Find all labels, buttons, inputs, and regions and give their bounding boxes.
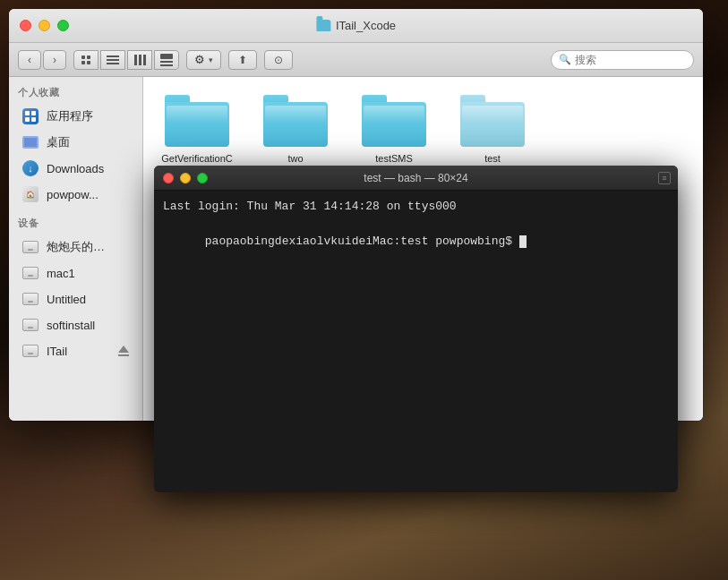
- folder-testsms[interactable]: testSMS: [358, 95, 430, 165]
- search-icon: 🔍: [559, 54, 571, 65]
- sidebar-label-apps: 应用程序: [47, 108, 93, 124]
- eject-icon[interactable]: [117, 345, 130, 357]
- sidebar-item-apps[interactable]: 应用程序: [13, 104, 139, 129]
- title-folder-icon: [316, 20, 330, 31]
- sidebar-section-personal: 个人收藏: [9, 77, 142, 103]
- disk-icon-untitled: [21, 290, 39, 308]
- tag-button[interactable]: ⊙: [264, 50, 293, 70]
- terminal-cursor: [519, 235, 527, 248]
- list-view-button[interactable]: [100, 50, 125, 70]
- disk-icon-paopao: [21, 238, 39, 256]
- search-box[interactable]: 🔍: [551, 50, 694, 70]
- sidebar-label-desktop: 桌面: [47, 134, 70, 150]
- sidebar-item-untitled[interactable]: Untitled: [13, 286, 139, 311]
- terminal-title-text: test — bash — 80×24: [364, 172, 467, 184]
- sidebar-section-devices: 设备: [9, 208, 142, 234]
- sidebar-label-mac1: mac1: [47, 267, 75, 280]
- terminal-line-2: paopaobingdexiaolvkuideiMac:test powpowb…: [163, 216, 669, 269]
- finder-title-bar: ITail_Xcode: [9, 9, 703, 43]
- sidebar-item-desktop[interactable]: 桌面: [13, 130, 139, 155]
- search-input[interactable]: [575, 54, 686, 66]
- window-title: ITail_Xcode: [316, 19, 396, 32]
- sidebar-item-powpow[interactable]: 🏠 powpow...: [13, 182, 139, 207]
- terminal-minimize-button[interactable]: [180, 173, 191, 183]
- disk-icon-softinstall: [21, 316, 39, 334]
- maximize-button[interactable]: [57, 20, 69, 31]
- action-button[interactable]: ⚙ ▾: [186, 50, 221, 70]
- finder-toolbar: ‹ ›: [9, 43, 703, 77]
- sidebar-item-mac1[interactable]: mac1: [13, 260, 139, 286]
- back-button[interactable]: ‹: [18, 50, 41, 70]
- traffic-lights: [20, 20, 69, 31]
- file-label-test: test: [484, 152, 501, 165]
- forward-button[interactable]: ›: [43, 50, 66, 70]
- disk-icon-itail: [21, 342, 39, 360]
- terminal-close-button[interactable]: [163, 173, 174, 183]
- cover-flow-button[interactable]: [154, 50, 179, 70]
- sidebar-label-untitled: Untitled: [47, 293, 86, 306]
- sidebar-label-powpow: powpow...: [47, 188, 98, 201]
- icon-view-button[interactable]: [73, 50, 98, 70]
- folder-icon-testsms: [362, 95, 426, 147]
- downloads-icon: ↓: [21, 159, 39, 177]
- folder-test[interactable]: test: [457, 95, 528, 165]
- terminal-maximize-button[interactable]: [197, 173, 208, 183]
- sidebar: 个人收藏 应用程序 桌面 ↓ Downloads: [9, 77, 143, 421]
- terminal-line-1: Last login: Thu Mar 31 14:14:28 on ttys0…: [163, 198, 669, 216]
- folder-two[interactable]: two: [260, 95, 331, 165]
- sidebar-label-downloads: Downloads: [47, 162, 104, 175]
- folder-icon-two: [263, 95, 328, 147]
- share-button[interactable]: ⬆: [228, 50, 257, 70]
- sidebar-label-softinstall: softinstall: [47, 319, 95, 332]
- terminal-traffic-lights: [163, 173, 208, 183]
- file-label-testsms: testSMS: [375, 152, 413, 165]
- nav-buttons: ‹ ›: [18, 50, 66, 70]
- tag-icon: ⊙: [274, 54, 283, 66]
- terminal-title-bar: test — bash — 80×24 ≡: [154, 166, 678, 191]
- close-button[interactable]: [20, 20, 31, 31]
- chevron-icon: ▾: [209, 55, 213, 64]
- minimize-button[interactable]: [39, 20, 50, 31]
- folder-icon-test: [460, 95, 525, 147]
- sidebar-item-itail[interactable]: ITail: [13, 338, 139, 363]
- terminal-scroll-button[interactable]: ≡: [658, 172, 671, 184]
- terminal-window: test — bash — 80×24 ≡ Last login: Thu Ma…: [154, 166, 678, 492]
- terminal-content[interactable]: Last login: Thu Mar 31 14:14:28 on ttys0…: [154, 191, 678, 492]
- home-icon: 🏠: [21, 185, 39, 203]
- view-buttons: [73, 50, 179, 70]
- sidebar-item-paopao[interactable]: 炮炮兵的…: [13, 235, 139, 260]
- sidebar-item-downloads[interactable]: ↓ Downloads: [13, 156, 139, 181]
- column-view-button[interactable]: [127, 50, 152, 70]
- desktop-icon: [21, 133, 39, 151]
- folder-icon-getverification: [165, 95, 229, 147]
- sidebar-item-softinstall[interactable]: softinstall: [13, 312, 139, 337]
- apps-icon: [21, 107, 39, 125]
- file-label-two: two: [287, 152, 303, 165]
- sidebar-label-itail: ITail: [47, 345, 67, 358]
- sidebar-label-paopao: 炮炮兵的…: [47, 239, 105, 255]
- share-icon: ⬆: [238, 54, 247, 66]
- terminal-prompt: paopaobingdexiaolvkuideiMac:test powpowb…: [205, 235, 519, 248]
- disk-icon-mac1: [21, 264, 39, 282]
- gear-icon: ⚙: [194, 53, 205, 66]
